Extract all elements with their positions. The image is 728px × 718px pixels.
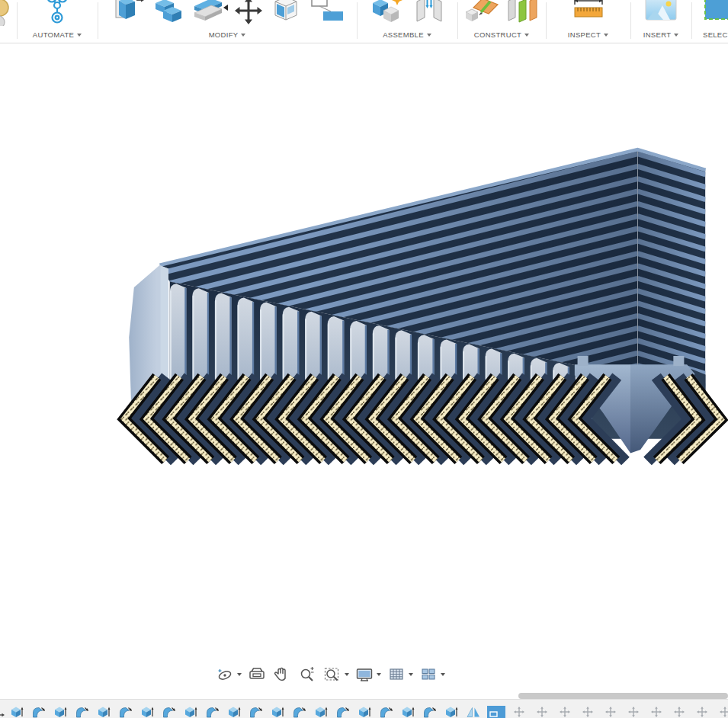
chevron-down-icon bbox=[441, 673, 445, 676]
new-component-icon[interactable] bbox=[370, 0, 405, 24]
timeline-feature-fillet[interactable] bbox=[422, 706, 438, 718]
timeline-feature-fillet[interactable] bbox=[75, 706, 90, 718]
timeline-feature-move[interactable] bbox=[694, 706, 710, 718]
timeline-feature-extrude[interactable] bbox=[140, 706, 155, 718]
timeline-feature-extrude[interactable] bbox=[96, 706, 111, 718]
timeline-feature-fillet[interactable] bbox=[31, 706, 47, 718]
timeline-feature-move[interactable] bbox=[649, 706, 664, 718]
zoom-window-button[interactable] bbox=[322, 664, 350, 685]
toolbar-group-inspect: INSPECT bbox=[546, 0, 630, 43]
automate-icon[interactable] bbox=[42, 0, 72, 24]
combine-icon[interactable] bbox=[151, 0, 184, 24]
timeline-feature-fillet[interactable] bbox=[249, 706, 264, 718]
timeline-feature-extrude[interactable] bbox=[270, 706, 285, 718]
viewports-icon bbox=[419, 665, 438, 684]
toolbar-group-automate: AUTOMATE bbox=[17, 0, 98, 43]
insert-menu[interactable]: INSERT bbox=[630, 30, 691, 39]
look-at-icon bbox=[247, 665, 267, 684]
notch-tab bbox=[578, 356, 588, 366]
orbit-button[interactable] bbox=[214, 664, 242, 685]
split-body-icon[interactable] bbox=[191, 0, 228, 24]
timeline-feature-extrude[interactable] bbox=[226, 706, 242, 718]
timeline-feature-fillet[interactable] bbox=[118, 706, 133, 718]
chevron-down-icon bbox=[524, 34, 529, 37]
timeline-feature-extrude[interactable] bbox=[313, 706, 329, 718]
timeline-feature-extrude[interactable] bbox=[444, 706, 459, 718]
timeline-feature-move[interactable] bbox=[512, 706, 527, 718]
grid-and-snaps-button[interactable] bbox=[386, 664, 414, 685]
toolbar-group-insert: INSERT bbox=[630, 0, 691, 43]
timeline-scrollbar[interactable] bbox=[518, 693, 728, 699]
viewports-button[interactable] bbox=[418, 664, 446, 685]
chevron-down-icon bbox=[409, 673, 413, 676]
display-settings-button[interactable] bbox=[354, 664, 382, 685]
timeline-feature-extrude[interactable] bbox=[9, 706, 24, 718]
chevron-down-icon bbox=[377, 673, 381, 676]
automate-menu[interactable]: AUTOMATE bbox=[17, 30, 98, 39]
timeline-feature-edge-partial[interactable] bbox=[0, 706, 6, 718]
timeline-feature-extrude[interactable] bbox=[183, 706, 198, 718]
inspect-label: INSPECT bbox=[568, 30, 601, 39]
timeline-feature-mirror[interactable] bbox=[466, 706, 481, 718]
toolbar-group-select: SELECT bbox=[691, 0, 728, 43]
construct-menu[interactable]: CONSTRUCT bbox=[457, 30, 546, 39]
timeline-feature-sketch-selected[interactable] bbox=[487, 706, 505, 718]
select-menu[interactable]: SELECT bbox=[691, 30, 728, 39]
select-label: SELECT bbox=[703, 30, 728, 39]
zoom-icon bbox=[297, 665, 317, 684]
timeline-feature-move[interactable] bbox=[534, 706, 550, 718]
timeline-feature-fillet[interactable] bbox=[205, 706, 220, 718]
align-icon[interactable] bbox=[269, 0, 303, 24]
timeline-feature-move[interactable] bbox=[717, 706, 728, 718]
fusion360-window: AUTOMATE bbox=[0, 0, 728, 718]
modify-label: MODIFY bbox=[209, 30, 239, 39]
zoom-button[interactable] bbox=[297, 664, 318, 685]
toolbar-group-assemble: ASSEMBLE bbox=[357, 0, 457, 43]
chevron-down-icon bbox=[237, 673, 242, 676]
timeline-feature-fillet[interactable] bbox=[292, 706, 307, 718]
orbit-icon bbox=[215, 665, 235, 684]
chevron-down-icon bbox=[604, 34, 608, 37]
timeline-feature-move[interactable] bbox=[626, 706, 641, 718]
chevron-down-icon bbox=[241, 34, 245, 37]
insert-label: INSERT bbox=[643, 30, 671, 39]
timeline bbox=[0, 699, 728, 718]
toolbar-group-construct: CONSTRUCT bbox=[457, 0, 546, 43]
offset-face-icon[interactable] bbox=[309, 0, 345, 24]
timeline-feature-move[interactable] bbox=[557, 706, 572, 718]
timeline-feature-fillet[interactable] bbox=[162, 706, 177, 718]
select-icon[interactable] bbox=[703, 0, 728, 24]
grid-icon bbox=[386, 665, 406, 684]
modify-menu[interactable]: MODIFY bbox=[98, 30, 357, 39]
clipped-icon bbox=[0, 0, 12, 26]
assemble-label: ASSEMBLE bbox=[383, 30, 424, 39]
timeline-feature-extrude[interactable] bbox=[400, 706, 415, 718]
press-pull-icon[interactable] bbox=[111, 0, 144, 24]
look-at-button[interactable] bbox=[246, 664, 268, 685]
automate-label: AUTOMATE bbox=[33, 30, 74, 39]
timeline-feature-move[interactable] bbox=[672, 706, 687, 718]
notch-tab bbox=[673, 356, 684, 366]
assemble-menu[interactable]: ASSEMBLE bbox=[357, 30, 457, 39]
move-copy-icon[interactable] bbox=[235, 0, 262, 24]
timeline-feature-fillet[interactable] bbox=[335, 706, 351, 718]
timeline-feature-extrude[interactable] bbox=[53, 706, 68, 718]
inspect-menu[interactable]: INSPECT bbox=[546, 30, 630, 39]
timeline-feature-extrude[interactable] bbox=[357, 706, 372, 718]
timeline-feature-move[interactable] bbox=[603, 706, 618, 718]
display-settings-icon bbox=[354, 665, 374, 684]
chevron-down-icon bbox=[345, 673, 349, 676]
joint-icon[interactable] bbox=[414, 0, 444, 24]
model-canvas[interactable] bbox=[0, 43, 728, 692]
timeline-feature-list bbox=[0, 706, 728, 718]
timeline-feature-fillet[interactable] bbox=[379, 706, 394, 718]
midplane-icon[interactable] bbox=[505, 0, 539, 24]
pan-button[interactable] bbox=[271, 664, 293, 685]
measure-icon[interactable] bbox=[569, 0, 608, 24]
zoom-window-icon bbox=[322, 665, 342, 684]
insert-canvas-icon[interactable] bbox=[644, 0, 678, 24]
timeline-feature-move[interactable] bbox=[580, 706, 595, 718]
view-navigation-bar bbox=[214, 664, 446, 685]
offset-plane-icon[interactable] bbox=[464, 0, 499, 24]
toolbar-partial-icon[interactable] bbox=[0, 0, 12, 26]
